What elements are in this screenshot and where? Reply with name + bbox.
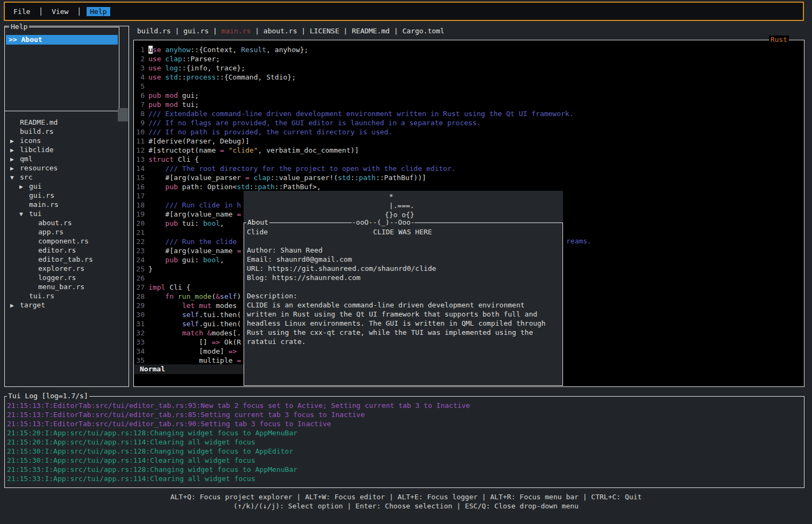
chevron-collapsed-icon[interactable]: ▶: [10, 301, 20, 310]
tab-separator: |: [209, 27, 221, 35]
log-line-trace: 21:15:13:T:EditorTab:src/tui/editor_tab.…: [7, 419, 803, 428]
about-content-line: headless Linux environments. The GUI is …: [247, 319, 561, 328]
tab-separator: |: [390, 27, 402, 35]
code-line-15[interactable]: 15 #[arg(value_parser = clap::value_pars…: [135, 173, 803, 182]
chevron-collapsed-icon[interactable]: ▶: [10, 155, 20, 164]
tree-item-libclide[interactable]: ▶libclide: [5, 145, 127, 154]
tree-item-editor-tab-rs[interactable]: editor_tab.rs: [5, 255, 127, 264]
code-line-5[interactable]: 5: [135, 82, 803, 91]
chevron-collapsed-icon[interactable]: ▶: [19, 182, 29, 191]
line-number: 28: [135, 292, 145, 301]
tree-item-tui[interactable]: ▼tui: [5, 209, 127, 218]
editor-tab-cargo-toml[interactable]: Cargo.toml: [402, 27, 444, 35]
code-line-6[interactable]: 6pub mod gui;: [135, 91, 803, 100]
tree-item-logger-rs[interactable]: logger.rs: [5, 273, 127, 282]
tree-item-label: editor.rs: [38, 246, 76, 254]
line-number: 22: [135, 237, 145, 246]
editor-tab-readme-md[interactable]: README.md: [352, 27, 389, 35]
editor-tab-about-rs[interactable]: about.rs: [263, 27, 297, 35]
tree-item-main-rs[interactable]: main.rs: [5, 200, 127, 209]
code-line-10[interactable]: 10/// If no path is provided, the curren…: [135, 127, 803, 137]
log-line-trace: 21:15:13:T:EditorTab:src/tui/editor_tab.…: [7, 410, 803, 419]
tree-item-target[interactable]: ▶target: [5, 300, 127, 310]
clide-tui-app: File│View│Help README.mdbuild.rs▶icons▶l…: [0, 0, 812, 524]
tree-item-editor-rs[interactable]: editor.rs: [5, 246, 127, 255]
tree-item-component-rs[interactable]: component.rs: [5, 236, 127, 246]
code-line-8[interactable]: 8/// Extendable command-line driven deve…: [135, 109, 803, 118]
code-line-16[interactable]: 16 pub path: Option<std::path::PathBuf>,: [135, 182, 803, 191]
code-line-7[interactable]: 7pub mod tui;: [135, 100, 803, 109]
line-number: 10: [135, 127, 145, 137]
tree-item-label: README.md: [20, 118, 58, 126]
editor-tab-build-rs[interactable]: build.rs: [137, 27, 171, 35]
explorer-scrollbar-thumb[interactable]: [118, 108, 128, 121]
tree-item-gui-rs[interactable]: gui.rs: [5, 191, 127, 200]
menu-item-help[interactable]: Help: [87, 7, 110, 16]
editor-tab-gui-rs[interactable]: gui.rs: [183, 27, 209, 35]
editor-tab-main-rs[interactable]: main.rs: [222, 27, 251, 35]
menu-item-view[interactable]: View: [48, 7, 72, 16]
tab-separator: |: [171, 27, 183, 35]
tree-item-label: gui: [29, 182, 41, 190]
tree-item-label: libclide: [20, 146, 54, 154]
tree-item-readme-md[interactable]: README.md: [5, 118, 127, 127]
line-number: 20: [135, 219, 145, 228]
code-line-11[interactable]: 11#[derive(Parser, Debug)]: [135, 137, 803, 146]
line-number: 2: [135, 54, 145, 63]
line-number: 9: [135, 118, 145, 127]
editor-tab-license[interactable]: LICENSE: [310, 27, 339, 35]
tree-item-gui[interactable]: ▶gui: [5, 182, 127, 191]
tree-item-resources[interactable]: ▶resources: [5, 163, 127, 173]
line-number: 6: [135, 91, 145, 100]
tree-item-build-rs[interactable]: build.rs: [5, 127, 127, 136]
language-badge: Rust: [769, 35, 789, 44]
tree-item-qml[interactable]: ▶qml: [5, 154, 127, 163]
tree-item-label: component.rs: [38, 237, 89, 245]
line-number: 30: [135, 310, 145, 319]
tree-item-tui-rs[interactable]: tui.rs: [5, 291, 127, 300]
about-content-line: [247, 282, 561, 291]
log-line-info: 21:15:20:I:App:src/tui/app.rs:114:Cleari…: [7, 437, 803, 447]
tree-item-explorer-rs[interactable]: explorer.rs: [5, 264, 127, 273]
tree-item-menu-bar-rs[interactable]: menu_bar.rs: [5, 282, 127, 291]
tui-log-panel: Tui Log [log=1.7/s] 21:15:13:T:EditorTab…: [4, 396, 804, 488]
tree-item-label: target: [20, 301, 45, 309]
chevron-expanded-icon[interactable]: ▼: [10, 173, 20, 182]
line-number: 1: [135, 45, 145, 54]
code-line-14[interactable]: 14 /// The root directory for the projec…: [135, 164, 803, 173]
code-line-13[interactable]: 13struct Cli {: [135, 155, 803, 164]
code-line-4[interactable]: 4use std::process::{Command, Stdio};: [135, 73, 803, 82]
about-content-line: Description:: [247, 291, 561, 300]
about-content-line: Clide CLIDE WAS HERE: [247, 227, 561, 236]
line-number: 35: [135, 356, 145, 365]
tui-log-title: Tui Log [log=1.7/s]: [7, 392, 89, 400]
code-line-9[interactable]: 9/// If no flags are provided, the GUI e…: [135, 118, 803, 127]
about-content-line: Rust using the cxx-qt crate, while the T…: [247, 328, 561, 337]
log-line-info: 21:15:33:I:App:src/tui/app.rs:128:Changi…: [7, 465, 803, 474]
tree-item-label: editor_tab.rs: [38, 255, 93, 263]
file-tree: README.mdbuild.rs▶icons▶libclide▶qml▶res…: [5, 118, 127, 310]
line-number: 4: [135, 73, 145, 82]
tree-item-label: main.rs: [29, 200, 59, 209]
tree-item-icons[interactable]: ▶icons: [5, 136, 127, 145]
tree-item-label: explorer.rs: [38, 264, 84, 272]
tree-item-about-rs[interactable]: about.rs: [5, 218, 127, 227]
code-line-1[interactable]: 1use anyhow::{Context, Result, anyhow};: [135, 45, 803, 54]
chevron-collapsed-icon[interactable]: ▶: [10, 146, 20, 155]
tab-separator: |: [339, 27, 352, 35]
tree-item-src[interactable]: ▼src: [5, 173, 127, 182]
code-line-3[interactable]: 3use log::{info, trace};: [135, 63, 803, 73]
code-line-12[interactable]: 12#[structopt(name = "clide", verbatim_d…: [135, 146, 803, 155]
chevron-collapsed-icon[interactable]: ▶: [10, 137, 20, 146]
chevron-expanded-icon[interactable]: ▼: [19, 210, 29, 219]
tree-item-app-rs[interactable]: app.rs: [5, 227, 127, 236]
about-content-line: CLIDE is an extendable command-line driv…: [247, 300, 561, 310]
menu-separator: │: [77, 8, 81, 16]
help-dropdown-item-about[interactable]: >> About: [6, 35, 118, 45]
code-line-2[interactable]: 2use clap::Parser;: [135, 54, 803, 63]
about-content-line: Blog: https://shaunreed.com: [247, 273, 561, 282]
chevron-collapsed-icon[interactable]: ▶: [10, 164, 20, 173]
menu-item-file[interactable]: File: [10, 7, 33, 16]
tree-item-label: qml: [20, 155, 32, 163]
about-content-line: Author: Shaun Reed: [247, 246, 561, 255]
